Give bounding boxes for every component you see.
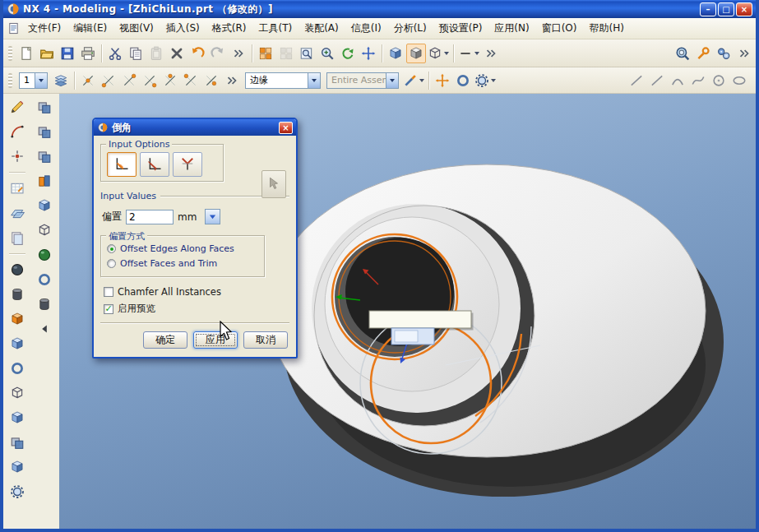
menu-edit[interactable]: 编辑(E) (67, 18, 113, 39)
work-layer-combo[interactable]: 1 (19, 72, 48, 89)
snap-existing-point-button[interactable] (201, 71, 221, 90)
hole-button[interactable] (7, 382, 28, 404)
display-mode-button[interactable] (427, 44, 450, 63)
menu-preferences[interactable]: 预设置(P) (433, 18, 488, 39)
dialog-close-button[interactable]: × (279, 122, 293, 134)
subtract-button[interactable] (34, 121, 55, 142)
snap-arc-center-button[interactable] (160, 71, 180, 90)
intersect-button[interactable] (34, 146, 55, 167)
toolbar-collapse-button[interactable] (34, 318, 55, 340)
menu-file[interactable]: 文件(F) (22, 18, 67, 39)
rotate-view-button[interactable] (338, 44, 358, 63)
chamfer-button[interactable] (34, 269, 55, 290)
print-button[interactable] (78, 44, 98, 63)
chamfer-offset-angle-button[interactable] (173, 152, 202, 177)
restore-button[interactable]: □ (718, 2, 734, 16)
delete-button[interactable] (167, 44, 187, 63)
zoom-in-out-button[interactable] (317, 44, 337, 63)
chamfer-single-offset-button[interactable] (107, 152, 137, 177)
unite-button[interactable] (34, 96, 55, 118)
assemblies-button[interactable] (714, 44, 734, 63)
menu-tools[interactable]: 工具(T) (252, 18, 298, 39)
chamfer-all-row[interactable]: Chamfer All Instances (104, 286, 289, 298)
profile-line-button[interactable] (7, 96, 28, 118)
revolve-button[interactable] (7, 358, 28, 379)
move-object-button[interactable] (433, 71, 452, 90)
repair-tool-button[interactable] (693, 44, 713, 63)
dimension-input-box[interactable] (391, 328, 434, 345)
selection-filter-combo[interactable]: 边缘 (245, 72, 321, 89)
close-button[interactable]: × (736, 2, 752, 16)
menu-application[interactable]: 应用(N) (488, 18, 535, 39)
cylinder-button[interactable] (7, 284, 28, 305)
fit-view-button[interactable] (256, 44, 275, 63)
feature-operation-button[interactable] (34, 170, 55, 192)
extrude-button[interactable] (7, 333, 28, 354)
radio-offset-faces-and-trim[interactable]: Offset Faces and Trim (107, 258, 258, 269)
edge-blend-button[interactable] (34, 244, 55, 266)
magnify-button[interactable] (673, 44, 692, 63)
polyline-button[interactable] (647, 71, 667, 90)
apply-button[interactable]: 应用 (193, 331, 238, 349)
menu-insert[interactable]: 插入(S) (160, 18, 206, 39)
cut-button[interactable] (105, 44, 125, 63)
tools-overflow-button[interactable] (734, 44, 754, 63)
shaded-view-button[interactable] (406, 44, 426, 63)
ellipse-button[interactable] (729, 71, 749, 90)
datum-csys-button[interactable] (7, 227, 28, 248)
menu-analysis[interactable]: 分析(L) (388, 18, 433, 39)
undo-button[interactable] (187, 44, 207, 63)
ok-button[interactable]: 确定 (143, 331, 187, 349)
cancel-button[interactable]: 取消 (243, 331, 288, 349)
minimize-button[interactable]: – (700, 2, 716, 16)
offset-options-button[interactable] (205, 209, 220, 224)
title-bar[interactable]: NX 4 - Modeling - [ZhiChiLun.prt （修改的）] … (3, 0, 756, 18)
menu-window[interactable]: 窗口(O) (536, 18, 583, 39)
standard-overflow-button[interactable] (229, 44, 248, 63)
toolbar-grip[interactable] (8, 46, 12, 61)
shell-button[interactable] (34, 195, 55, 216)
arc-button[interactable] (668, 71, 687, 90)
preview-row[interactable]: 启用预览 (104, 303, 289, 315)
instance-feature-button[interactable] (7, 481, 28, 502)
arc-tool-button[interactable] (7, 121, 28, 142)
orient-wcs-button[interactable] (453, 71, 473, 90)
snap-end-point-button[interactable] (99, 71, 118, 90)
menu-view[interactable]: 视图(V) (113, 18, 160, 39)
chamfer-all-checkbox-box[interactable] (104, 287, 113, 297)
wireframe-tool-button[interactable] (457, 44, 480, 63)
toolbar-grip[interactable] (8, 73, 12, 88)
thread-button[interactable] (34, 294, 55, 315)
line-button[interactable] (627, 71, 646, 90)
radio-offset-edges-along-faces[interactable]: Offset Edges Along Faces (107, 243, 258, 254)
menu-format[interactable]: 格式(R) (206, 18, 252, 39)
trimetric-view-button[interactable] (386, 44, 405, 63)
menu-help[interactable]: 帮助(H) (584, 18, 630, 39)
combo-arrow-icon[interactable] (308, 73, 320, 88)
snap-control-point-button[interactable] (119, 71, 139, 90)
circle-button[interactable] (709, 71, 729, 90)
save-button[interactable] (58, 44, 77, 63)
new-file-button[interactable] (16, 44, 36, 63)
block-button[interactable] (7, 308, 28, 330)
layer-settings-button[interactable] (51, 71, 71, 90)
chamfer-double-offset-button[interactable] (140, 152, 169, 177)
datum-plane-button[interactable] (7, 202, 28, 224)
open-button[interactable] (37, 44, 57, 63)
menu-assemblies[interactable]: 装配(A) (299, 18, 345, 39)
selection-appearance-button[interactable] (402, 71, 425, 90)
snap-overflow-button[interactable] (222, 71, 242, 90)
point-tool-button[interactable] (7, 146, 28, 167)
taper-button[interactable] (34, 220, 55, 241)
menu-information[interactable]: 信息(I) (345, 18, 387, 39)
offset-input[interactable] (126, 210, 174, 224)
snap-quadrant-button[interactable] (181, 71, 201, 90)
wcs-display-button[interactable] (474, 71, 497, 90)
dialog-title-bar[interactable]: 倒角 × (94, 119, 296, 136)
snap-intersection-button[interactable] (140, 71, 160, 90)
combo-arrow-icon[interactable] (35, 73, 47, 88)
sketch-button[interactable] (7, 178, 28, 199)
snap-inferred-point-button[interactable] (78, 71, 98, 90)
pocket-button[interactable] (7, 432, 28, 453)
sphere-button[interactable] (7, 259, 28, 280)
